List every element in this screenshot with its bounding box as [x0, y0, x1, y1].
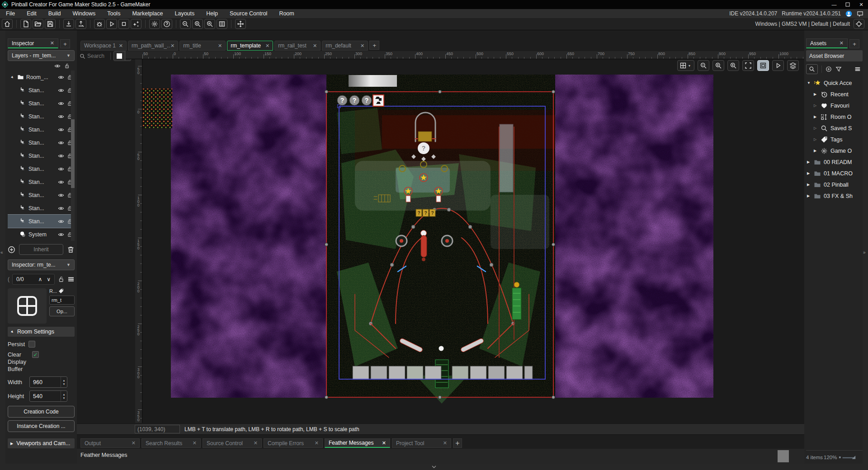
- target-manager-button[interactable]: [854, 19, 864, 29]
- asset-folder-03-fx-sh[interactable]: ▶03 FX & Sh: [806, 190, 863, 202]
- tab-rm-path-wall-[interactable]: rm_path_wall_...✕: [128, 41, 178, 51]
- tab-compile-errors[interactable]: Compile Errors✕: [264, 438, 323, 448]
- menu-build[interactable]: Build: [42, 9, 67, 18]
- menu-help[interactable]: Help: [200, 9, 224, 18]
- new-file-button[interactable]: [20, 19, 31, 29]
- layers-target-dropdown[interactable]: Layers - rm_tem... ▼: [8, 50, 75, 61]
- spin-up-icon[interactable]: ▲: [63, 379, 66, 382]
- visibility-all-icon[interactable]: [54, 63, 61, 69]
- filter-icon[interactable]: [835, 66, 842, 72]
- tree-arrow-icon[interactable]: ▷: [814, 126, 818, 130]
- tree-arrow-icon[interactable]: ▶: [807, 194, 811, 198]
- canvas-play-button[interactable]: [772, 60, 784, 71]
- tag-icon[interactable]: [58, 288, 64, 294]
- maximize-button[interactable]: [841, 0, 854, 9]
- import-button[interactable]: [63, 19, 74, 29]
- add-panel-tab-button[interactable]: +: [60, 39, 70, 48]
- close-tab-icon[interactable]: ✕: [132, 440, 136, 446]
- add-panel-tab-button[interactable]: +: [849, 39, 859, 48]
- canvas-frame-button[interactable]: [757, 60, 769, 71]
- close-tab-icon[interactable]: ✕: [218, 43, 222, 49]
- menu-marketplace[interactable]: Marketplace: [126, 9, 169, 18]
- canvas-zoom-reset-button[interactable]: [712, 60, 724, 71]
- menu-tools[interactable]: Tools: [101, 9, 126, 18]
- tree-arrow-icon[interactable]: ▼: [807, 81, 811, 85]
- debug-button[interactable]: [94, 19, 105, 29]
- asset-node-favouri[interactable]: ▷Favouri: [806, 100, 863, 111]
- eye-icon[interactable]: [58, 100, 64, 107]
- room-manager-button[interactable]: [217, 19, 227, 29]
- canvas-zoom-out-button[interactable]: [698, 60, 709, 71]
- asset-node-game-o[interactable]: ▶Game O: [806, 145, 863, 156]
- new-output-tab-button[interactable]: +: [453, 438, 462, 448]
- spin-down-icon[interactable]: ▼: [63, 397, 66, 400]
- layer-list-scrollbar[interactable]: [71, 70, 75, 241]
- asset-search-icon[interactable]: [806, 64, 818, 74]
- spin-up-icon[interactable]: ▲: [63, 393, 66, 396]
- height-stepper[interactable]: 540 ▲▼: [29, 390, 67, 402]
- options-button[interactable]: Op...: [49, 306, 75, 316]
- asset-folder-00-readm[interactable]: ▶00 READM: [806, 156, 863, 168]
- clear-display-buffer-checkbox[interactable]: ✓: [32, 351, 39, 358]
- zoom-out-button[interactable]: [180, 19, 191, 29]
- layer-row-path[interactable]: Stan...: [8, 123, 75, 136]
- lock-inspector-icon[interactable]: [57, 276, 65, 283]
- layer-row-path[interactable]: Stan...: [8, 162, 75, 175]
- layer-row-path[interactable]: Stan...: [8, 149, 75, 162]
- layer-row-path[interactable]: Stan...: [8, 84, 75, 97]
- clean-button[interactable]: [131, 19, 142, 29]
- settings-button[interactable]: [149, 19, 160, 29]
- eye-icon[interactable]: [58, 166, 64, 172]
- eye-icon[interactable]: [58, 127, 64, 133]
- room-thumbnail[interactable]: [8, 288, 47, 324]
- creation-code-button[interactable]: Creation Code: [8, 406, 75, 418]
- width-stepper[interactable]: 960 ▲▼: [29, 376, 67, 388]
- close-tab-icon[interactable]: ✕: [170, 43, 175, 49]
- tab-rm-template[interactable]: rm_template✕: [227, 41, 273, 51]
- instance-creation-button[interactable]: Instance Creation ...: [8, 420, 75, 432]
- close-tab-icon[interactable]: ✕: [382, 440, 386, 446]
- asset-node-saved-s[interactable]: ▷Saved S: [806, 122, 863, 134]
- close-tab-icon[interactable]: ✕: [265, 43, 269, 49]
- menu-edit[interactable]: Edit: [21, 9, 42, 18]
- new-workspace-tab-button[interactable]: +: [369, 41, 379, 50]
- tree-arrow-icon[interactable]: ▶: [807, 171, 811, 175]
- asset-zoom-slider[interactable]: [838, 454, 857, 461]
- feedback-icon[interactable]: [857, 10, 863, 17]
- chevron-down-icon[interactable]: ▼: [687, 64, 692, 67]
- layer-row-path[interactable]: Stan...: [8, 188, 75, 202]
- move-button[interactable]: [235, 19, 246, 29]
- eye-icon[interactable]: [58, 140, 64, 146]
- layer-list[interactable]: ▼Room_...Stan...Stan...Stan...Stan...Sta…: [8, 70, 75, 241]
- close-tab-icon[interactable]: ✕: [443, 440, 447, 446]
- left-dock-strip[interactable]: «: [0, 30, 5, 464]
- delete-layer-icon[interactable]: [67, 246, 75, 254]
- expanded-triangle-icon[interactable]: ▼: [9, 74, 15, 80]
- asset-folder-02-pinball[interactable]: ▶02 Pinball: [806, 179, 863, 190]
- eye-icon[interactable]: [58, 113, 64, 120]
- section-viewports[interactable]: ▶ Viewports and Cam...: [8, 438, 75, 448]
- eye-icon[interactable]: [58, 231, 64, 238]
- menu-windows[interactable]: Windows: [67, 9, 102, 18]
- asset-menu-icon[interactable]: [854, 66, 863, 72]
- target-platform-text[interactable]: Windows | GMS2 VM | Default | Default: [755, 21, 850, 27]
- eye-icon[interactable]: [58, 74, 64, 80]
- close-button[interactable]: ✕: [854, 0, 868, 9]
- layer-row-path[interactable]: Stan...: [8, 175, 75, 188]
- feather-scrollbar-thumb[interactable]: [778, 450, 789, 462]
- export-button[interactable]: [75, 19, 86, 29]
- close-tab-icon[interactable]: ✕: [119, 43, 123, 49]
- tab-rm-rail-test[interactable]: rm_rail_test✕: [274, 41, 321, 51]
- inspector-menu-icon[interactable]: [67, 276, 75, 283]
- stop-button[interactable]: [118, 19, 129, 29]
- add-layer-icon[interactable]: [8, 246, 15, 254]
- inspector-target-dropdown[interactable]: Inspector: rm_te... ▼: [8, 259, 75, 270]
- section-room-settings[interactable]: ▼ Room Settings: [8, 327, 75, 337]
- canvas-layers-button[interactable]: [787, 60, 799, 71]
- next-selection-icon[interactable]: ∨: [47, 276, 51, 282]
- tab-workspace-1[interactable]: Workspace 1✕: [80, 41, 127, 51]
- inherit-button[interactable]: Inherit: [19, 244, 63, 255]
- eye-icon[interactable]: [58, 153, 64, 159]
- collapse-bottom-icon[interactable]: [432, 465, 436, 468]
- room-name-field[interactable]: [49, 296, 75, 305]
